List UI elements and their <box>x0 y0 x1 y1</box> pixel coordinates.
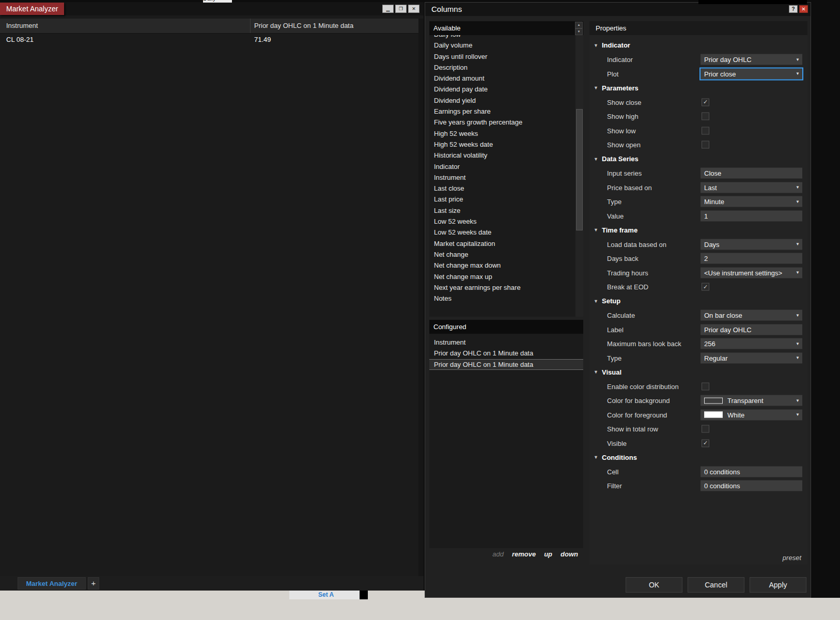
available-item[interactable]: Instrument <box>429 172 575 183</box>
prop-row-calculate: CalculateOn bar close▼ <box>589 308 807 323</box>
available-item[interactable]: High 52 weeks date <box>429 139 575 150</box>
available-item[interactable]: Market capitalization <box>429 238 575 249</box>
configured-header: Configured <box>429 320 583 334</box>
available-item[interactable]: Notes <box>429 293 575 304</box>
available-item[interactable]: Indicator <box>429 161 575 172</box>
section-visual[interactable]: ▼Visual <box>589 365 807 380</box>
price-based-on-dropdown[interactable]: Last▼ <box>701 182 802 193</box>
dialog-titlebar[interactable]: Columns ?✕ <box>425 3 811 16</box>
available-header-label: Available <box>433 21 461 35</box>
color-swatch <box>704 397 723 404</box>
available-item[interactable]: Low 52 weeks <box>429 216 575 227</box>
section-setup[interactable]: ▼Setup <box>589 294 807 308</box>
available-item[interactable]: Last size <box>429 205 575 216</box>
input-series-field[interactable]: Close <box>701 168 802 179</box>
prop-label: Load data based on <box>607 240 666 248</box>
available-item[interactable]: Dividend yield <box>429 95 575 106</box>
restore-button[interactable]: ❐ <box>395 5 407 13</box>
available-item[interactable]: Net change <box>429 249 575 260</box>
section-parameters[interactable]: ▼Parameters <box>589 81 807 96</box>
remove-button[interactable]: remove <box>512 550 536 558</box>
spinner-up-icon[interactable]: ▲ <box>575 22 583 28</box>
configured-item[interactable]: Prior day OHLC on 1 Minute data <box>429 348 583 359</box>
trading-hours-dropdown[interactable]: <Use instrument settings>▼ <box>701 267 802 278</box>
visible-checkbox[interactable]: ✓ <box>702 439 709 447</box>
plot-dropdown[interactable]: Prior close▼ <box>701 68 802 79</box>
available-item[interactable]: High 52 weeks <box>429 128 575 139</box>
minimize-button[interactable]: ▁ <box>382 5 394 13</box>
prop-control <box>701 382 709 390</box>
available-item[interactable]: Net change max down <box>429 260 575 271</box>
calculate-dropdown[interactable]: On bar close▼ <box>701 310 802 321</box>
down-button[interactable]: down <box>561 550 578 558</box>
apply-button[interactable]: Apply <box>750 577 806 593</box>
help-button[interactable]: ? <box>789 5 798 13</box>
window-titlebar[interactable]: Market Analyzer ▁❐✕ <box>0 2 424 16</box>
available-item[interactable]: Earnings per share <box>429 106 575 117</box>
available-scrollbar[interactable] <box>575 35 583 317</box>
available-item[interactable]: Dividend amount <box>429 73 575 84</box>
available-item[interactable]: Historical volatility <box>429 150 575 161</box>
enable-color-distribution-checkbox[interactable] <box>702 382 709 390</box>
available-item[interactable]: Dividend pay date <box>429 84 575 95</box>
control-value: 0 conditions <box>704 482 740 490</box>
ok-button[interactable]: OK <box>626 577 682 593</box>
spinner-down-icon[interactable]: ▼ <box>575 28 583 35</box>
available-item[interactable]: Five years growth percentage <box>429 117 575 128</box>
column-header-instrument[interactable]: Instrument <box>6 19 38 33</box>
show-high-checkbox[interactable] <box>702 113 709 120</box>
configured-item[interactable]: Prior day OHLC on 1 Minute data <box>429 359 583 370</box>
available-item[interactable]: Days until rollover <box>429 51 575 62</box>
type-dropdown[interactable]: Minute▼ <box>701 196 802 207</box>
available-item[interactable]: Description <box>429 62 575 73</box>
available-item[interactable]: Last price <box>429 194 575 205</box>
section-data-series[interactable]: ▼Data Series <box>589 152 807 166</box>
load-data-based-on-dropdown[interactable]: Days▼ <box>701 239 802 250</box>
scrollbar-thumb[interactable] <box>576 109 583 230</box>
available-item[interactable]: Last close <box>429 183 575 194</box>
prop-label: Show close <box>607 98 641 106</box>
column-divider[interactable] <box>250 19 251 33</box>
tab-market-analyzer[interactable]: Market Analyzer <box>18 577 86 590</box>
available-item[interactable]: Low 52 weeks date <box>429 227 575 238</box>
cancel-button[interactable]: Cancel <box>688 577 744 593</box>
available-item[interactable]: Daily low <box>429 35 575 40</box>
up-button[interactable]: up <box>544 550 552 558</box>
add-button[interactable]: add <box>492 550 504 558</box>
show-low-checkbox[interactable] <box>702 127 709 134</box>
cell-field[interactable]: 0 conditions <box>701 466 802 477</box>
configured-item[interactable]: Instrument <box>429 337 583 348</box>
filter-field[interactable]: 0 conditions <box>701 481 802 491</box>
color-for-foreground-dropdown[interactable]: White▼ <box>701 409 802 420</box>
color-for-background-dropdown[interactable]: Transparent▼ <box>701 395 802 406</box>
show-in-total-row-checkbox[interactable] <box>702 425 709 433</box>
control-value: White <box>727 411 744 419</box>
prop-label: Indicator <box>607 56 633 64</box>
label-field[interactable]: Prior day OHLC <box>701 324 802 335</box>
section-title: Setup <box>602 297 620 305</box>
type-dropdown[interactable]: Regular▼ <box>701 352 802 363</box>
available-item[interactable]: Next year earnings per share <box>429 282 575 293</box>
fragment-block <box>360 591 368 599</box>
value-field[interactable]: 1 <box>701 210 802 221</box>
add-tab-button[interactable]: + <box>88 577 99 590</box>
column-header-indicator[interactable]: Prior day OHLC on 1 Minute data <box>254 19 353 33</box>
available-item[interactable]: Net change max up <box>429 271 575 282</box>
table-row[interactable]: CL 08-21 71.49 <box>0 33 418 47</box>
maximum-bars-look-back-dropdown[interactable]: 256▼ <box>701 338 802 349</box>
section-indicator[interactable]: ▼Indicator <box>589 38 807 53</box>
available-item[interactable]: Daily volume <box>429 40 575 51</box>
prop-control: 256▼ <box>701 338 802 349</box>
close-button[interactable]: ✕ <box>408 5 419 13</box>
indicator-dropdown[interactable]: Prior day OHLC▼ <box>701 54 802 65</box>
show-open-checkbox[interactable] <box>702 141 709 149</box>
section-conditions[interactable]: ▼Conditions <box>589 451 807 465</box>
break-at-eod-checkbox[interactable]: ✓ <box>702 283 709 291</box>
section-time-frame[interactable]: ▼Time frame <box>589 223 807 238</box>
control-value: Prior day OHLC <box>704 56 752 64</box>
prop-row-type: TypeMinute▼ <box>589 195 807 209</box>
close-button[interactable]: ✕ <box>799 5 808 13</box>
days-back-field[interactable]: 2 <box>701 253 802 264</box>
show-close-checkbox[interactable]: ✓ <box>702 98 709 106</box>
preset-link[interactable]: preset <box>783 554 801 562</box>
